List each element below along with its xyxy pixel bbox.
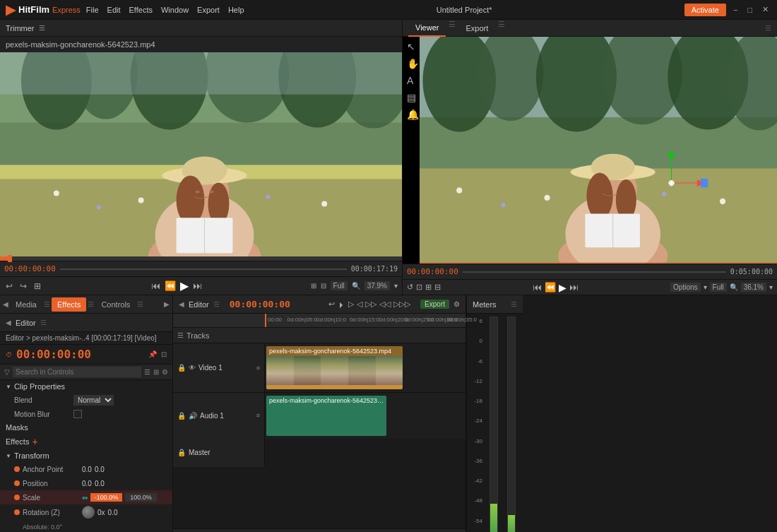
lock-icon[interactable]: 🔒: [177, 364, 186, 372]
menu-file[interactable]: File: [86, 6, 99, 14]
panel-collapse-btn[interactable]: ◀: [3, 300, 8, 308]
viewer-zoom-label[interactable]: 36.1%: [741, 283, 766, 292]
crop-tool-icon[interactable]: ▤: [405, 90, 420, 105]
add-effect-icon[interactable]: +: [32, 436, 37, 447]
trimmer-magnet-icon[interactable]: ⊟: [321, 282, 326, 290]
viewer-progress[interactable]: [463, 271, 726, 273]
rotation-dial[interactable]: [82, 506, 95, 519]
audio-speaker-icon[interactable]: 🔊: [189, 412, 197, 420]
trimmer-play-btn[interactable]: ▶: [180, 279, 189, 292]
export-btn[interactable]: Export: [420, 300, 449, 309]
panel-expand-btn[interactable]: ▶: [164, 300, 170, 308]
scale-link-icon[interactable]: ⇔: [82, 494, 88, 502]
trimmer-snap-btn[interactable]: ⊞: [32, 281, 42, 291]
audio-track-menu[interactable]: ≡: [256, 412, 260, 419]
tab-viewer[interactable]: Viewer: [408, 20, 446, 37]
list-view-icon[interactable]: ☰: [144, 368, 150, 376]
editor-btn4[interactable]: ◁: [357, 300, 362, 309]
eye-icon[interactable]: 👁: [189, 364, 196, 372]
trimmer-go-start-btn[interactable]: ⏮: [151, 280, 160, 291]
tab-controls[interactable]: Controls: [95, 297, 136, 312]
editor-btn6[interactable]: ◁◁: [379, 300, 391, 309]
menu-effects[interactable]: Effects: [129, 6, 153, 14]
tab-media[interactable]: Media: [10, 297, 42, 312]
viewer-prev-btn[interactable]: ⏪: [545, 282, 556, 292]
audio-clip-block[interactable]: pexels-maksim-goncharenok-5642523.mp4: [266, 396, 386, 436]
activate-button[interactable]: Activate: [684, 4, 726, 16]
editor-btn5[interactable]: ▷▷: [365, 300, 376, 309]
editor-btn2[interactable]: ⏵: [338, 300, 345, 309]
hand-tool-icon[interactable]: ✋: [405, 57, 420, 71]
menu-help[interactable]: Help: [228, 6, 244, 14]
audio-track-content[interactable]: pexels-maksim-goncharenok-5642523.mp4: [265, 393, 465, 439]
viewer-play-btn[interactable]: ▶: [559, 282, 567, 293]
audio-lock-icon[interactable]: 🔒: [177, 412, 186, 420]
viewer-loop-btn[interactable]: ↺: [407, 283, 413, 292]
editor-btn1[interactable]: ↩: [328, 300, 335, 309]
copy-icon[interactable]: ⊡: [161, 350, 167, 358]
viewer-cam-btn[interactable]: ⊡: [416, 283, 422, 292]
scale-y-input[interactable]: [125, 493, 157, 502]
effects-section[interactable]: Effects +: [0, 434, 172, 449]
close-button[interactable]: ✕: [759, 5, 771, 14]
menu-window[interactable]: Window: [161, 6, 189, 14]
trimmer-dropdown-icon[interactable]: ▾: [394, 282, 398, 290]
maximize-button[interactable]: □: [745, 6, 755, 14]
tab-effects[interactable]: Effects: [52, 297, 86, 312]
trimmer-search-icon: 🔍: [352, 282, 360, 290]
tab-export-menu[interactable]: ☰: [495, 20, 508, 37]
video-track-menu[interactable]: ≡: [256, 365, 260, 372]
svg-point-46: [586, 173, 612, 220]
editor-btn3[interactable]: ▷: [348, 300, 354, 309]
trimmer-full-btn[interactable]: Full: [331, 281, 348, 290]
viewer-clip-btn[interactable]: ⊞: [425, 283, 432, 292]
trimmer-go-end-btn[interactable]: ⏭: [193, 280, 202, 291]
mask-tool-icon[interactable]: 🔔: [405, 107, 420, 122]
viewer-zoom-dropdown[interactable]: ▾: [769, 283, 773, 291]
menu-export[interactable]: Export: [197, 6, 220, 14]
settings-icon-sm[interactable]: ⚙: [162, 368, 168, 376]
text-tool-icon[interactable]: A: [405, 73, 420, 88]
clip-properties-section[interactable]: ▼ Clip Properties: [0, 380, 172, 393]
viewer-go-start-btn[interactable]: ⏮: [533, 282, 542, 292]
tab-export[interactable]: Export: [458, 20, 495, 37]
grid-view-icon[interactable]: ⊞: [153, 368, 159, 376]
master-lock-icon[interactable]: 🔒: [177, 449, 186, 456]
editor-panel-menu[interactable]: ☰: [213, 300, 220, 308]
trimmer-zoom-label[interactable]: 37.9%: [364, 281, 390, 290]
blend-select[interactable]: Normal: [73, 395, 114, 406]
trimmer-menu-icon[interactable]: ☰: [39, 24, 45, 32]
rotation-deg: 0.0: [108, 509, 118, 516]
viewer-menu-icon[interactable]: ☰: [765, 24, 771, 32]
editor-panel-collapse[interactable]: ◀: [179, 300, 184, 308]
pin-icon[interactable]: 📌: [148, 350, 157, 358]
motion-blur-checkbox[interactable]: [73, 410, 82, 418]
tracks-expand-icon[interactable]: ☰: [177, 331, 184, 339]
menu-edit[interactable]: Edit: [107, 6, 121, 14]
editor-options-icon[interactable]: ⚙: [453, 300, 460, 308]
transform-section[interactable]: ▼ Transform: [0, 449, 172, 462]
scale-x-input[interactable]: [90, 493, 122, 502]
trimmer-progress-bar[interactable]: [0, 256, 402, 261]
editor-btn7[interactable]: ▷▷▷: [393, 300, 410, 309]
trimmer-undo-btn[interactable]: ↩: [4, 281, 14, 291]
viewer-go-end-btn[interactable]: ⏭: [569, 282, 579, 292]
trimmer-prev-frame-btn[interactable]: ⏪: [165, 280, 176, 291]
trimmer-redo-btn[interactable]: ↪: [18, 281, 28, 291]
video-track-content[interactable]: pexels-maksim-goncharenok-5642523.mp4: [265, 343, 465, 392]
editor-collapse-icon[interactable]: ◀: [6, 319, 11, 326]
viewer-dropdown-icon[interactable]: ▾: [704, 283, 707, 291]
trimmer-timeline[interactable]: [60, 268, 347, 270]
search-input[interactable]: [13, 367, 141, 377]
viewer-options-btn[interactable]: Options: [670, 283, 700, 292]
editor-header: ◀ Editor ☰ 00:00:00:00 ↩ ⏵ ▷ ◁ ▷▷ ◁◁ ▷▷▷…: [173, 295, 465, 314]
editor-sub-menu[interactable]: ☰: [40, 319, 47, 326]
minimize-button[interactable]: −: [730, 6, 740, 14]
video-clip-block[interactable]: pexels-maksim-goncharenok-5642523.mp4: [266, 346, 403, 389]
meters-menu[interactable]: ☰: [511, 300, 517, 308]
viewer-full-btn[interactable]: Full: [710, 283, 727, 292]
masks-section[interactable]: Masks: [0, 421, 172, 434]
select-tool-icon[interactable]: ↖: [405, 40, 420, 54]
viewer-save-btn[interactable]: ⊟: [434, 283, 441, 292]
trimmer-snap-icon[interactable]: ⊞: [311, 282, 316, 290]
